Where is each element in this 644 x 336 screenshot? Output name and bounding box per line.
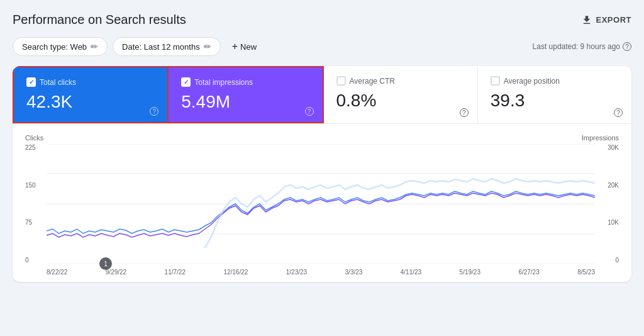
x-tick-1: 9/29/22 (106, 269, 126, 276)
edit-icon: ✏ (91, 42, 98, 52)
x-tick-6: 4/11/23 (401, 269, 421, 276)
metric-average-position[interactable]: Average position 39.3 ? (478, 66, 631, 123)
x-tick-7: 5/19/23 (460, 269, 480, 276)
x-axis: 8/22/22 9/29/22 11/7/22 12/16/22 1/23/23… (25, 269, 619, 276)
metric-value-ctr: 0.8% (336, 91, 465, 111)
metric-info-impressions: ? (305, 106, 314, 116)
metric-header-clicks: Total clicks (26, 77, 155, 87)
last-updated-info-icon[interactable]: ? (623, 42, 631, 51)
metrics-row: Total clicks 42.3K ? Total impressions 5… (13, 66, 631, 124)
export-label: EXPORT (596, 15, 631, 25)
chart-with-axes: 225 150 75 0 (25, 144, 619, 264)
search-type-label: Search type: Web (22, 42, 87, 52)
x-tick-4: 1/23/23 (286, 269, 307, 276)
y-tick-10k: 10K (599, 219, 619, 226)
info-icon-position[interactable]: ? (614, 108, 623, 117)
y-tick-150: 150 (25, 182, 43, 189)
x-tick-2: 11/7/22 (165, 269, 186, 276)
right-axis-label: Impressions (582, 134, 619, 142)
filter-bar: Search type: Web ✏ Date: Last 12 months … (13, 37, 631, 56)
checkbox-average-position[interactable] (491, 76, 500, 86)
x-tick-3: 12/16/22 (223, 269, 248, 276)
metric-label-impressions: Total impressions (194, 78, 253, 87)
annotation-dot[interactable]: 1 (99, 257, 112, 270)
page-wrapper: Performance on Search results EXPORT Sea… (13, 13, 631, 282)
export-icon (581, 14, 592, 26)
metric-header-impressions: Total impressions (181, 77, 309, 87)
export-button[interactable]: EXPORT (581, 14, 631, 26)
x-tick-8: 6/27/23 (518, 269, 539, 276)
y-tick-0-right: 0 (599, 257, 619, 264)
new-label: New (240, 42, 257, 52)
chart-area: Clicks Impressions 225 150 75 0 (13, 124, 631, 282)
clicks-line (47, 191, 595, 233)
chart-svg (47, 144, 595, 264)
last-updated: Last updated: 9 hours ago ? (533, 42, 631, 51)
metric-total-impressions[interactable]: Total impressions 5.49M ? (169, 66, 323, 123)
y-axis-left: 225 150 75 0 (25, 144, 43, 264)
metric-label-clicks: Total clicks (40, 78, 76, 87)
info-icon-clicks[interactable]: ? (150, 107, 158, 116)
metric-value-impressions: 5.49M (181, 92, 309, 112)
metric-label-ctr: Average CTR (350, 77, 395, 86)
metric-value-clicks: 42.3K (26, 92, 155, 112)
checkbox-average-ctr[interactable] (336, 76, 346, 86)
main-card: Total clicks 42.3K ? Total impressions 5… (13, 66, 631, 282)
metric-total-clicks[interactable]: Total clicks 42.3K ? (13, 66, 169, 123)
left-axis-label: Clicks (25, 134, 43, 142)
checkbox-total-impressions[interactable] (181, 77, 191, 87)
impressions-line (47, 193, 595, 237)
metric-header-ctr: Average CTR (336, 76, 465, 86)
edit-icon-date: ✏ (204, 42, 211, 52)
y-tick-75: 75 (25, 219, 43, 226)
new-button[interactable]: + New (226, 37, 263, 56)
page-title: Performance on Search results (13, 13, 186, 27)
chart-axis-labels: Clicks Impressions (25, 134, 619, 142)
x-tick-5: 3/3/23 (345, 269, 363, 276)
y-tick-20k: 20K (599, 182, 619, 189)
metric-info-ctr: ? (460, 108, 469, 118)
metric-info-clicks: ? (150, 106, 158, 116)
metric-info-position: ? (614, 108, 623, 118)
y-tick-30k: 30K (599, 144, 619, 151)
metric-average-ctr[interactable]: Average CTR 0.8% ? (324, 66, 478, 123)
metric-label-position: Average position (504, 77, 560, 86)
metric-value-position: 39.3 (491, 91, 619, 111)
x-tick-0: 8/22/22 (47, 269, 67, 276)
info-icon-ctr[interactable]: ? (460, 108, 469, 117)
checkbox-total-clicks[interactable] (26, 77, 36, 87)
impressions-fill-line (205, 179, 595, 248)
top-bar: Performance on Search results EXPORT (13, 13, 631, 27)
chart-svg-container: 1 (47, 144, 595, 264)
metric-header-position: Average position (491, 76, 619, 86)
x-tick-9: 8/5/23 (577, 269, 595, 276)
y-axis-right: 30K 20K 10K 0 (599, 144, 619, 264)
info-icon-impressions[interactable]: ? (305, 107, 314, 116)
date-filter[interactable]: Date: Last 12 months ✏ (113, 37, 221, 56)
plus-icon: + (232, 41, 238, 52)
date-label: Date: Last 12 months (122, 42, 200, 52)
y-tick-225: 225 (25, 144, 43, 151)
y-tick-0-left: 0 (25, 257, 43, 264)
search-type-filter[interactable]: Search type: Web ✏ (13, 37, 108, 56)
